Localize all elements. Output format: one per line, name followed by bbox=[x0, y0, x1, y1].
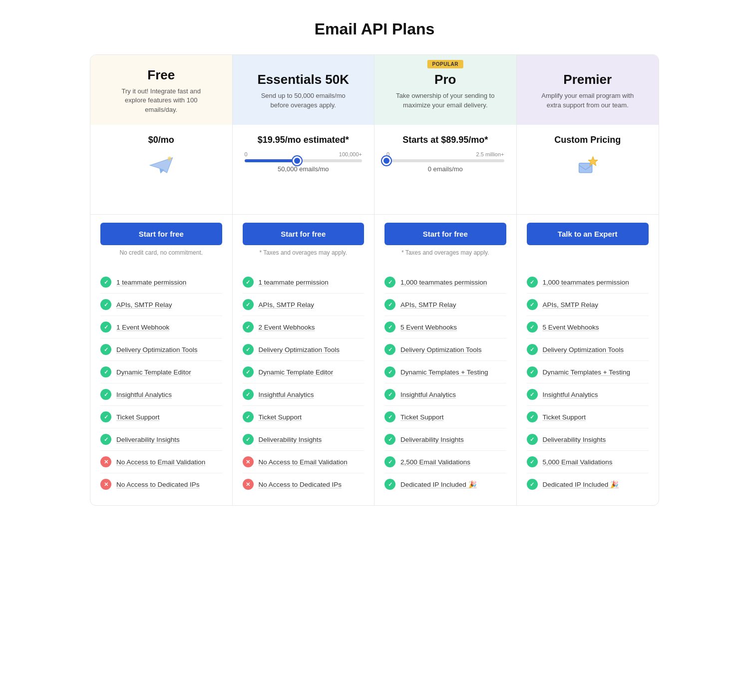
cta-button-free[interactable]: Start for free bbox=[100, 223, 222, 245]
plan-image-free bbox=[144, 151, 179, 179]
slider-track bbox=[386, 159, 504, 162]
plan-col-essentials: Essentials 50KSend up to 50,000 emails/m… bbox=[233, 55, 375, 505]
plan-slider-essentials[interactable]: 0100,000+50,000 emails/mo bbox=[243, 151, 365, 173]
feature-item: ✓1,000 teammates permission bbox=[384, 271, 506, 294]
plan-pricing-premier: Custom Pricing bbox=[517, 125, 659, 215]
feature-item: ✓1 teammate permission bbox=[243, 271, 365, 294]
feature-item: ✓APIs, SMTP Relay bbox=[384, 294, 506, 316]
cta-note-essentials: * Taxes and overages may apply. bbox=[233, 249, 374, 265]
feature-item: ✓Delivery Optimization Tools bbox=[100, 339, 222, 361]
plan-pricing-pro: Starts at $89.95/mo*02.5 million+0 email… bbox=[374, 125, 516, 215]
feature-label: APIs, SMTP Relay bbox=[259, 301, 315, 309]
check-icon: ✓ bbox=[527, 366, 538, 377]
plan-col-free: FreeTry it out! Integrate fast and explo… bbox=[90, 55, 233, 505]
check-icon: ✓ bbox=[384, 299, 395, 310]
feature-item: ✓Deliverability Insights bbox=[100, 428, 222, 451]
check-icon: ✓ bbox=[243, 389, 254, 400]
check-icon: ✓ bbox=[527, 389, 538, 400]
feature-item: ✓Deliverability Insights bbox=[384, 428, 506, 451]
check-icon: ✓ bbox=[384, 389, 395, 400]
slider-value-label: 0 emails/mo bbox=[386, 165, 504, 173]
cta-button-premier[interactable]: Talk to an Expert bbox=[527, 223, 649, 245]
feature-label: Deliverability Insights bbox=[400, 436, 464, 443]
feature-label: Insightful Analytics bbox=[116, 391, 172, 398]
feature-label: APIs, SMTP Relay bbox=[543, 301, 599, 309]
feature-label: 1 teammate permission bbox=[116, 279, 186, 286]
cta-button-essentials[interactable]: Start for free bbox=[243, 223, 365, 245]
cross-icon: ✕ bbox=[243, 456, 254, 467]
feature-label: 5 Event Webhooks bbox=[543, 324, 599, 331]
check-icon: ✓ bbox=[243, 299, 254, 310]
check-icon: ✓ bbox=[100, 366, 111, 377]
feature-item: ✓Delivery Optimization Tools bbox=[527, 339, 649, 361]
plan-name-essentials: Essentials 50K bbox=[257, 72, 349, 87]
feature-item: ✓Deliverability Insights bbox=[243, 428, 365, 451]
feature-item: ✓2 Event Webhooks bbox=[243, 316, 365, 339]
plan-col-pro: POPULARProTake ownership of your sending… bbox=[374, 55, 517, 505]
feature-label: 2 Event Webhooks bbox=[259, 324, 315, 331]
plan-price-pro: Starts at $89.95/mo* bbox=[402, 135, 488, 145]
feature-label: APIs, SMTP Relay bbox=[400, 301, 456, 309]
check-icon: ✓ bbox=[243, 322, 254, 333]
feature-label: Dynamic Templates + Testing bbox=[543, 368, 630, 376]
cta-button-pro[interactable]: Start for free bbox=[384, 223, 506, 245]
feature-item: ✓Insightful Analytics bbox=[100, 383, 222, 406]
plan-image-premier bbox=[570, 151, 605, 179]
plans-grid: FreeTry it out! Integrate fast and explo… bbox=[90, 54, 659, 506]
check-icon: ✓ bbox=[100, 434, 111, 445]
cross-icon: ✕ bbox=[100, 479, 111, 490]
plan-pricing-essentials: $19.95/mo estimated*0100,000+50,000 emai… bbox=[233, 125, 374, 215]
feature-label: Delivery Optimization Tools bbox=[400, 346, 482, 353]
plan-header-premier: PremierAmplify your email program with e… bbox=[517, 55, 659, 125]
feature-item: ✓Delivery Optimization Tools bbox=[243, 339, 365, 361]
check-icon: ✓ bbox=[527, 456, 538, 467]
feature-label: Ticket Support bbox=[116, 413, 160, 421]
plan-name-pro: Pro bbox=[434, 72, 456, 87]
check-icon: ✓ bbox=[527, 277, 538, 288]
check-icon: ✓ bbox=[384, 277, 395, 288]
plan-slider-pro[interactable]: 02.5 million+0 emails/mo bbox=[384, 151, 506, 173]
feature-label: Ticket Support bbox=[259, 413, 302, 421]
check-icon: ✓ bbox=[243, 434, 254, 445]
feature-label: No Access to Email Validation bbox=[259, 458, 348, 466]
check-icon: ✓ bbox=[527, 411, 538, 422]
slider-thumb[interactable] bbox=[382, 156, 391, 165]
feature-label: APIs, SMTP Relay bbox=[116, 301, 172, 309]
check-icon: ✓ bbox=[100, 411, 111, 422]
plan-pricing-free: $0/mo bbox=[90, 125, 232, 215]
slider-max-label: 100,000+ bbox=[339, 151, 362, 157]
feature-label: Insightful Analytics bbox=[543, 391, 598, 398]
check-icon: ✓ bbox=[527, 479, 538, 490]
check-icon: ✓ bbox=[384, 456, 395, 467]
svg-point-0 bbox=[168, 156, 172, 160]
feature-label: Deliverability Insights bbox=[543, 436, 606, 443]
feature-item: ✓1 Event Webhook bbox=[100, 316, 222, 339]
feature-item: ✓2,500 Email Validations bbox=[384, 451, 506, 473]
check-icon: ✓ bbox=[100, 389, 111, 400]
popular-badge: POPULAR bbox=[427, 60, 463, 68]
feature-item: ✓APIs, SMTP Relay bbox=[100, 294, 222, 316]
slider-min-label: 0 bbox=[245, 151, 248, 157]
check-icon: ✓ bbox=[384, 411, 395, 422]
cta-note-free: No credit card, no commitment. bbox=[90, 249, 232, 265]
feature-label: Insightful Analytics bbox=[400, 391, 456, 398]
feature-item: ✓APIs, SMTP Relay bbox=[527, 294, 649, 316]
feature-label: 5,000 Email Validations bbox=[543, 458, 613, 466]
plan-name-premier: Premier bbox=[563, 72, 612, 87]
page-title: Email API Plans bbox=[10, 20, 739, 38]
check-icon: ✓ bbox=[100, 277, 111, 288]
check-icon: ✓ bbox=[384, 322, 395, 333]
feature-item: ✓5 Event Webhooks bbox=[384, 316, 506, 339]
feature-label: Dedicated IP Included 🎉 bbox=[543, 480, 619, 488]
feature-item: ✓5 Event Webhooks bbox=[527, 316, 649, 339]
feature-label: Dynamic Template Editor bbox=[259, 368, 334, 376]
feature-item: ✓Dynamic Templates + Testing bbox=[527, 361, 649, 383]
slider-thumb[interactable] bbox=[293, 156, 302, 165]
plan-price-free: $0/mo bbox=[148, 135, 174, 145]
feature-label: 1,000 teammates permission bbox=[400, 279, 487, 286]
feature-item: ✓Deliverability Insights bbox=[527, 428, 649, 451]
feature-label: No Access to Dedicated IPs bbox=[259, 481, 342, 488]
check-icon: ✓ bbox=[527, 434, 538, 445]
feature-item: ✓1 teammate permission bbox=[100, 271, 222, 294]
features-list-pro: ✓1,000 teammates permission✓APIs, SMTP R… bbox=[374, 265, 516, 505]
